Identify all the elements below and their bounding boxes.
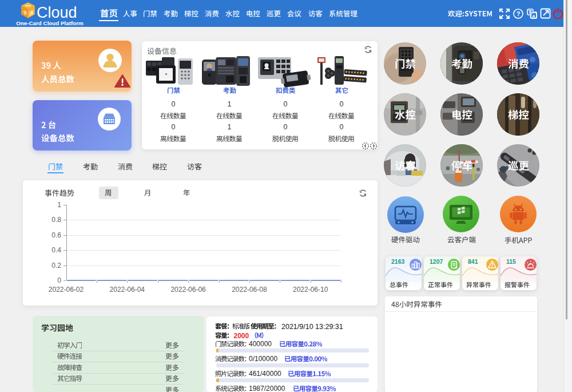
svg-text:A: A	[532, 14, 535, 19]
svg-text:?: ?	[517, 10, 521, 17]
